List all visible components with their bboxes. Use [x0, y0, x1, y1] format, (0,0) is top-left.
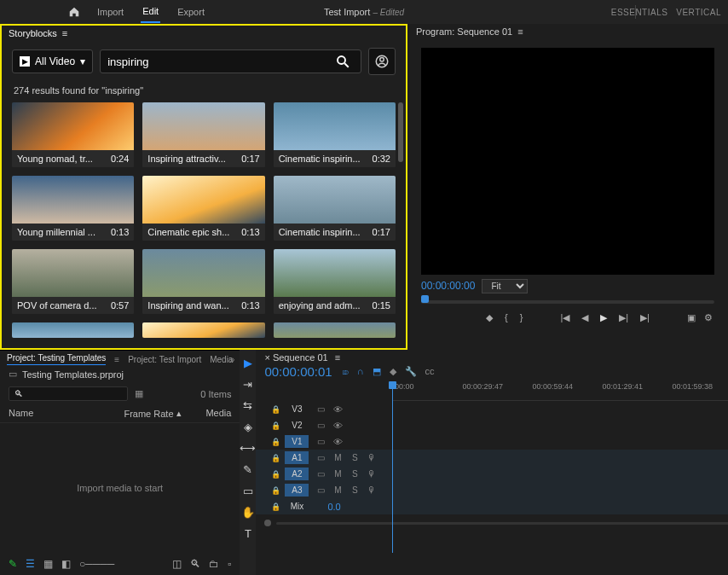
- add-marker-icon[interactable]: ◆: [486, 312, 493, 323]
- linked-selection-icon[interactable]: ∩: [357, 366, 364, 377]
- column-headers[interactable]: Name Frame Rate▴ Media: [0, 404, 240, 423]
- find-icon[interactable]: 🔍︎: [190, 558, 200, 570]
- media-type-filter[interactable]: ▶ All Video ▾: [12, 49, 93, 73]
- menu-export[interactable]: Export: [176, 2, 206, 22]
- audio-track[interactable]: 🔒 A1 ▭ M S 🎙: [256, 450, 728, 466]
- lock-icon[interactable]: 🔒: [266, 454, 285, 462]
- play-icon[interactable]: ▶: [600, 312, 607, 323]
- video-track[interactable]: 🔒 V1 ▭ 👁: [256, 433, 728, 450]
- result-thumb[interactable]: Young nomad, tr... 0:24: [12, 102, 134, 167]
- mute-toggle[interactable]: M: [329, 453, 346, 462]
- program-scrubber[interactable]: [421, 295, 714, 305]
- razor-tool-icon[interactable]: ◈: [244, 421, 252, 433]
- menu-edit[interactable]: Edit: [141, 1, 160, 23]
- write-mode-icon[interactable]: ✎: [9, 558, 17, 570]
- sort-asc-icon[interactable]: ▴: [176, 408, 182, 419]
- search-input[interactable]: [107, 55, 332, 68]
- track-label[interactable]: V2: [285, 419, 309, 432]
- mute-toggle[interactable]: M: [329, 485, 346, 495]
- col-framerate[interactable]: Frame Rate: [124, 409, 173, 419]
- result-thumb[interactable]: Inspiring and wan... 0:13: [142, 249, 264, 314]
- toggle-output-icon[interactable]: ▭: [312, 404, 329, 414]
- result-thumb[interactable]: Cinematic epic sh... 0:13: [142, 176, 264, 241]
- slip-tool-icon[interactable]: ⟷: [240, 442, 256, 455]
- zoom-slider[interactable]: ○────: [79, 558, 114, 570]
- mute-toggle[interactable]: M: [329, 469, 346, 479]
- toggle-output-icon[interactable]: ▭: [312, 453, 329, 462]
- track-label[interactable]: V1: [285, 435, 309, 448]
- mark-in-icon[interactable]: {: [505, 312, 508, 323]
- video-track[interactable]: 🔒 V3 ▭ 👁: [256, 401, 728, 417]
- auto-scale-icon[interactable]: ◫: [172, 558, 182, 570]
- voiceover-icon[interactable]: 🎙: [363, 485, 380, 495]
- step-forward-icon[interactable]: ▶|: [619, 312, 628, 323]
- col-name[interactable]: Name: [9, 408, 124, 419]
- program-tab[interactable]: Program: Sequence 01: [416, 26, 512, 37]
- result-thumb[interactable]: Cinematic inspirin... 0:17: [274, 176, 396, 241]
- freeform-view-icon[interactable]: ◧: [61, 558, 71, 570]
- mix-value[interactable]: 0.0: [327, 502, 340, 512]
- step-back-icon[interactable]: ◀: [581, 312, 588, 323]
- settings-icon[interactable]: ⚙: [704, 312, 713, 323]
- result-thumb[interactable]: POV of camera d... 0:57: [12, 249, 134, 314]
- eye-icon[interactable]: 👁: [329, 404, 346, 415]
- search-icon[interactable]: [332, 54, 354, 69]
- lock-icon[interactable]: 🔒: [266, 438, 285, 446]
- zoom-fit-select[interactable]: Fit: [482, 279, 528, 293]
- eye-icon[interactable]: 👁: [329, 437, 346, 447]
- new-item-icon[interactable]: ▫: [228, 558, 231, 570]
- pen-tool-icon[interactable]: ✎: [243, 463, 252, 476]
- panel-menu-icon[interactable]: ≡: [114, 355, 119, 364]
- result-thumb[interactable]: Inspiring attractiv... 0:17: [142, 102, 264, 167]
- program-monitor[interactable]: [421, 48, 714, 275]
- lock-icon[interactable]: 🔒: [266, 405, 285, 414]
- storyblocks-tab[interactable]: Storyblocks ≡: [2, 26, 406, 41]
- type-tool-icon[interactable]: T: [245, 527, 251, 540]
- workspace-vertical[interactable]: VERTICAL: [676, 8, 721, 17]
- project-tab-1[interactable]: Project: Testing Templates: [7, 353, 106, 365]
- settings-icon[interactable]: ◆: [390, 366, 396, 377]
- voiceover-icon[interactable]: 🎙: [363, 469, 380, 479]
- go-to-in-icon[interactable]: |◀: [560, 312, 569, 323]
- program-timecode[interactable]: 00:00:00:00: [421, 280, 475, 292]
- result-thumb[interactable]: [274, 322, 396, 338]
- audio-track[interactable]: 🔒 A3 ▭ M S 🎙: [256, 482, 728, 498]
- workspace-essentials[interactable]: ESSENTIALS: [611, 8, 668, 17]
- account-button[interactable]: [368, 48, 396, 75]
- menu-import[interactable]: Import: [95, 2, 125, 22]
- toggle-output-icon[interactable]: ▭: [312, 485, 329, 495]
- playhead-icon[interactable]: [421, 295, 429, 303]
- panel-menu-icon[interactable]: ≡: [62, 28, 67, 38]
- lock-icon[interactable]: 🔒: [266, 421, 285, 430]
- home-icon[interactable]: [68, 6, 80, 18]
- new-bin-icon[interactable]: ▦: [135, 388, 143, 399]
- audio-track[interactable]: 🔒 A2 ▭ M S 🎙: [256, 466, 728, 482]
- result-thumb[interactable]: enjoying and adm... 0:15: [274, 249, 396, 314]
- mix-track[interactable]: 🔒 Mix 0.0 ⊩: [256, 498, 728, 514]
- timeline-timecode[interactable]: 00:00:00:01: [264, 364, 332, 379]
- track-label[interactable]: A3: [285, 484, 309, 497]
- result-thumb[interactable]: Cinematic inspirin... 0:32: [274, 102, 396, 167]
- track-label[interactable]: V3: [285, 403, 309, 415]
- track-label[interactable]: A1: [285, 451, 309, 464]
- workspace-tabs[interactable]: ESSENTIALS VERTICAL: [611, 8, 721, 17]
- marker-icon[interactable]: ⬒: [373, 366, 381, 377]
- project-empty-message[interactable]: Import media to start: [0, 423, 240, 553]
- solo-toggle[interactable]: S: [346, 485, 363, 495]
- track-label[interactable]: A2: [285, 468, 309, 480]
- zoom-handle-left[interactable]: [264, 520, 271, 526]
- tabs-overflow-icon[interactable]: »: [230, 355, 235, 364]
- lock-icon[interactable]: 🔒: [266, 486, 285, 495]
- solo-toggle[interactable]: S: [346, 453, 363, 462]
- lock-icon[interactable]: 🔒: [266, 502, 285, 511]
- project-search[interactable]: 🔍︎: [9, 386, 128, 401]
- export-frame-icon[interactable]: ▣: [687, 312, 696, 323]
- go-to-out-icon[interactable]: ▶|: [640, 312, 650, 323]
- col-media[interactable]: Media: [192, 408, 231, 419]
- scrollbar[interactable]: [398, 102, 403, 162]
- panel-menu-icon[interactable]: ≡: [335, 352, 340, 363]
- lock-icon[interactable]: 🔒: [266, 470, 285, 479]
- snap-icon[interactable]: ⎄: [343, 366, 349, 377]
- hand-tool-icon[interactable]: ✋: [241, 506, 255, 519]
- result-thumb[interactable]: Young millennial ... 0:13: [12, 176, 134, 241]
